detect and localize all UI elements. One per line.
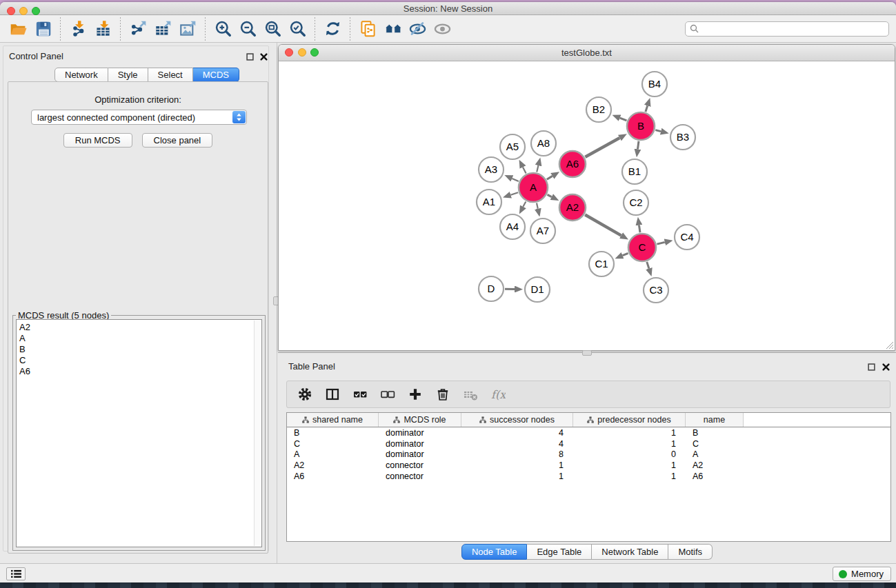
table-cell[interactable]: dominator — [379, 449, 461, 459]
graph-node-C1[interactable]: C1 — [589, 252, 614, 276]
table-cell[interactable]: A — [287, 449, 379, 459]
zoom-selected-button[interactable] — [285, 17, 310, 41]
graph-node-D[interactable]: D — [479, 276, 504, 301]
table-row[interactable]: A6connector11A6 — [287, 471, 890, 482]
result-list-scrollbar[interactable] — [254, 321, 261, 546]
column-header-name[interactable]: name — [686, 413, 744, 427]
graph-edge-C-C2[interactable] — [639, 225, 641, 233]
table-cell[interactable]: connector — [379, 460, 461, 470]
graph-edge-A-A8[interactable] — [537, 165, 538, 172]
table-row[interactable]: Bdominator41B — [287, 427, 890, 438]
network-canvas[interactable]: AA6A2BCA5A8A3A1A4A7B2B4B3B1C2C4C1C3DD1 — [279, 61, 895, 350]
table-cell[interactable]: A6 — [287, 472, 379, 481]
tab-edge-table[interactable]: Edge Table — [527, 544, 592, 560]
table-cell[interactable]: 4 — [461, 439, 573, 449]
table-cell[interactable]: A — [686, 449, 744, 459]
graph-edge-A-A5[interactable] — [523, 167, 526, 173]
table-cell[interactable]: dominator — [379, 428, 461, 438]
hide-selected-button[interactable] — [405, 17, 430, 41]
graph-edge-A2-C[interactable] — [585, 215, 621, 236]
zoom-fit-content-button[interactable] — [260, 17, 285, 41]
export-image-button[interactable] — [175, 17, 200, 41]
deselect-all-rows-button[interactable] — [378, 385, 397, 404]
table-cell[interactable]: 1 — [461, 472, 573, 481]
graph-node-A1[interactable]: A1 — [477, 190, 501, 214]
save-session-button[interactable] — [30, 17, 55, 41]
window-resize-grip[interactable] — [886, 341, 894, 349]
graph-node-A3[interactable]: A3 — [479, 157, 504, 182]
table-cell[interactable]: A6 — [686, 472, 744, 481]
home-button[interactable] — [380, 17, 405, 41]
zoom-in-button[interactable] — [210, 17, 235, 41]
run-mcds-button[interactable]: Run MCDS — [63, 133, 132, 148]
graph-node-A4[interactable]: A4 — [500, 214, 525, 239]
graph-edge-A-A4[interactable] — [523, 201, 526, 206]
app-titlebar[interactable]: Session: New Session — [0, 2, 896, 15]
float-panel-icon[interactable] — [246, 52, 256, 61]
table-row[interactable]: Cdominator41C — [287, 438, 890, 449]
close-table-panel-icon[interactable] — [882, 362, 892, 372]
show-columns-button[interactable] — [323, 385, 341, 404]
table-cell[interactable]: 1 — [573, 472, 686, 481]
table-row[interactable]: Adominator80A — [287, 449, 890, 460]
graph-node-C[interactable]: C — [628, 234, 656, 261]
graph-edge-C-C3[interactable] — [647, 262, 649, 269]
export-table-button[interactable] — [150, 17, 175, 41]
table-cell[interactable]: dominator — [379, 439, 461, 449]
tab-select[interactable]: Select — [148, 68, 193, 82]
graph-node-B4[interactable]: B4 — [642, 72, 667, 97]
column-header-shared-name[interactable]: shared name — [287, 413, 379, 427]
table-cell[interactable]: 8 — [461, 449, 573, 459]
mcds-result-item[interactable]: A — [19, 333, 261, 344]
memory-button[interactable]: Memory — [833, 567, 891, 581]
graph-edge-C-C1[interactable] — [623, 253, 628, 255]
import-network-button[interactable] — [66, 17, 90, 41]
clone-network-button[interactable] — [355, 17, 380, 41]
graph-edge-B-B3[interactable] — [655, 130, 661, 132]
table-cell[interactable]: 1 — [573, 439, 686, 449]
graph-edge-A-A1[interactable] — [510, 192, 518, 195]
tab-style[interactable]: Style — [108, 68, 148, 82]
graph-node-A6[interactable]: A6 — [559, 151, 586, 177]
network-window-titlebar[interactable]: testGlobe.txt — [279, 45, 895, 61]
graph-edge-B-B4[interactable] — [646, 105, 648, 112]
add-column-button[interactable] — [406, 385, 424, 404]
graph-edge-C-C4[interactable] — [657, 242, 664, 244]
graph-node-B[interactable]: B — [627, 112, 655, 140]
table-cell[interactable]: 1 — [573, 428, 686, 438]
graph-edge-A-A3[interactable] — [512, 179, 518, 181]
table-cell[interactable]: A2 — [686, 460, 744, 470]
graph-node-A8[interactable]: A8 — [531, 131, 556, 156]
column-header-successor-nodes[interactable]: successor nodes — [461, 413, 573, 427]
graph-node-B2[interactable]: B2 — [586, 97, 611, 122]
close-panel-icon[interactable] — [260, 52, 270, 61]
search-input[interactable] — [701, 24, 884, 34]
table-cell[interactable]: 1 — [461, 460, 573, 470]
select-all-rows-button[interactable] — [350, 385, 369, 404]
show-all-button[interactable] — [430, 17, 455, 41]
graph-node-D1[interactable]: D1 — [525, 277, 550, 302]
zoom-out-button[interactable] — [235, 17, 260, 41]
graph-edge-A-A7[interactable] — [537, 203, 538, 209]
graph-node-A7[interactable]: A7 — [530, 219, 555, 243]
graph-node-B3[interactable]: B3 — [670, 125, 695, 150]
table-cell[interactable]: C — [287, 439, 379, 449]
search-field[interactable] — [685, 21, 889, 37]
table-settings-button[interactable] — [295, 385, 314, 404]
tab-network-table[interactable]: Network Table — [592, 544, 668, 560]
close-panel-button[interactable]: Close panel — [142, 133, 213, 148]
graph-node-A5[interactable]: A5 — [500, 134, 525, 159]
horizontal-divider-grip[interactable] — [582, 350, 592, 356]
table-cell[interactable]: A2 — [287, 460, 379, 470]
graph-edge-B-B2[interactable] — [620, 118, 627, 121]
graph-edge-A-A2[interactable] — [548, 194, 552, 196]
column-header-predecessor-nodes[interactable]: predecessor nodes — [573, 413, 686, 427]
graph-node-A2[interactable]: A2 — [559, 194, 586, 221]
export-network-button[interactable] — [126, 17, 150, 41]
open-session-button[interactable] — [6, 17, 30, 41]
mcds-result-list[interactable]: A2ABCA6 — [16, 319, 262, 547]
table-cell[interactable]: connector — [379, 472, 461, 481]
graph-edge-B-B1[interactable] — [638, 141, 639, 150]
tab-mcds[interactable]: MCDS — [193, 68, 239, 82]
mcds-result-item[interactable]: B — [19, 344, 261, 355]
